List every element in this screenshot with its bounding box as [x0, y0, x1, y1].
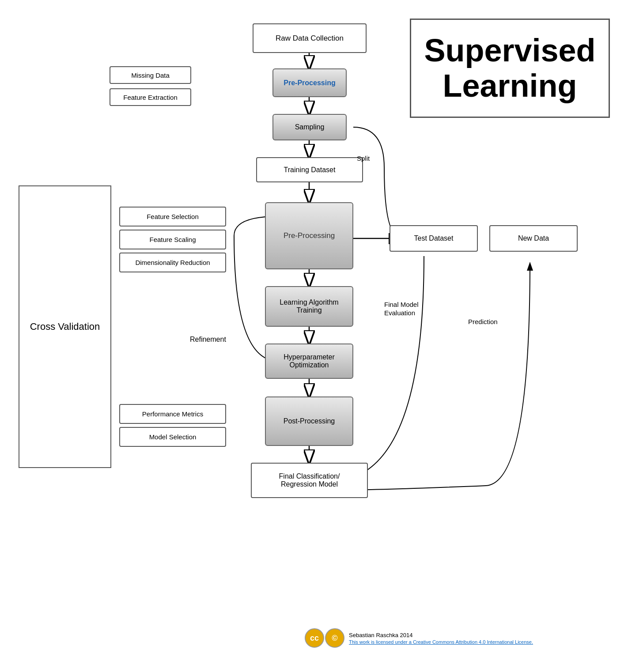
post-processing-box: Post-Processing: [265, 396, 353, 446]
cross-validation-label: Cross Validation: [30, 321, 100, 332]
new-data-label: New Data: [518, 234, 549, 242]
raw-data-label: Raw Data Collection: [276, 34, 344, 43]
cc-badge: cc © Sebastian Raschka 2014 This work is…: [305, 628, 533, 648]
feature-extraction-label: Feature Extraction: [123, 94, 178, 101]
feature-scaling-label: Feature Scaling: [149, 236, 196, 243]
feature-extraction-box: Feature Extraction: [110, 88, 191, 106]
supervised-learning-box: Supervised Learning: [410, 19, 610, 118]
hyperparameter-label: Hyperparameter Optimization: [284, 353, 335, 369]
dimensionality-reduction-label: Dimensionality Reduction: [135, 259, 210, 266]
new-data-box: New Data: [489, 225, 578, 252]
supervised-learning-title: Supervised Learning: [411, 33, 609, 103]
prediction-label: Prediction: [468, 318, 498, 325]
learning-algo-label: Learning Algorithm Training: [280, 298, 338, 314]
post-processing-label: Post-Processing: [284, 417, 335, 425]
footer-author: Sebastian Raschka 2014: [349, 632, 533, 638]
footer-license: This work is licensed under a Creative C…: [349, 639, 533, 645]
preprocessing1-box: Pre-Processing: [272, 68, 347, 97]
training-dataset-label: Training Dataset: [284, 166, 336, 174]
performance-metrics-label: Performance Metrics: [142, 410, 203, 418]
test-dataset-label: Test Dataset: [414, 234, 454, 242]
refinement-label: Refinement: [190, 336, 226, 344]
training-dataset-box: Training Dataset: [256, 157, 363, 182]
missing-data-label: Missing Data: [131, 72, 170, 79]
model-selection-box: Model Selection: [119, 427, 226, 447]
sampling-box: Sampling: [272, 114, 347, 140]
learning-algo-box: Learning Algorithm Training: [265, 286, 353, 327]
performance-metrics-box: Performance Metrics: [119, 404, 226, 424]
sampling-label: Sampling: [295, 123, 325, 131]
feature-selection-label: Feature Selection: [147, 213, 199, 220]
feature-scaling-box: Feature Scaling: [119, 230, 226, 249]
missing-data-box: Missing Data: [110, 66, 191, 84]
preprocessing1-label: Pre-Processing: [284, 79, 335, 87]
final-classification-label: Final Classification/ Regression Model: [279, 472, 340, 488]
preprocessing2-label: Pre-Processing: [284, 231, 335, 240]
diagram-container: Supervised Learning Raw Data Collection …: [0, 0, 628, 672]
feature-selection-box: Feature Selection: [119, 207, 226, 227]
cross-validation-box: Cross Validation: [19, 185, 111, 468]
final-model-evaluation-label: Final Model Evaluation: [384, 291, 419, 317]
hyperparameter-box: Hyperparameter Optimization: [265, 344, 353, 379]
final-classification-box: Final Classification/ Regression Model: [251, 463, 368, 498]
test-dataset-box: Test Dataset: [390, 225, 478, 252]
model-selection-label: Model Selection: [149, 433, 197, 441]
split-label: Split: [357, 155, 370, 162]
preprocessing2-box: Pre-Processing: [265, 202, 353, 269]
dimensionality-reduction-box: Dimensionality Reduction: [119, 253, 226, 272]
raw-data-box: Raw Data Collection: [253, 23, 367, 53]
